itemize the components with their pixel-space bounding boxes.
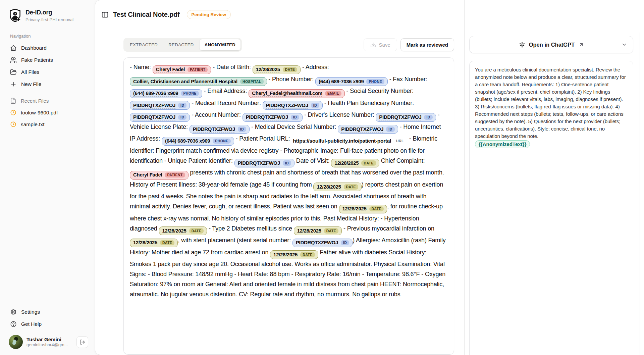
- phi-chip-id[interactable]: PIDDRQTXZFWOJID: [234, 159, 294, 167]
- view-tabs: EXTRACTEDREDACTEDANONYMIZED: [123, 38, 242, 52]
- phi-chip-url[interactable]: https://soulful-publicity.info/patient-p…: [291, 137, 408, 145]
- plus-icon: [10, 81, 17, 88]
- doc-text-run: - Medical Record Number:: [190, 100, 262, 106]
- phi-chip-tag: URL: [394, 139, 406, 144]
- sidebar-item-all-files[interactable]: All Files: [0, 66, 95, 78]
- phi-chip-value: PIDDRQTXZFWOJ: [266, 102, 308, 109]
- phi-chip-tag: DATE: [160, 240, 174, 246]
- phi-chip-id[interactable]: PIDDRQTXZFWOJID: [338, 125, 398, 134]
- document-text: - Name: Cheryl FadelPATIENT - Date of Bi…: [130, 62, 448, 299]
- user-name: Tushar Gemini: [26, 337, 68, 342]
- sidebar-item-dashboard[interactable]: Dashboard: [0, 42, 95, 54]
- phi-chip-hospital[interactable]: Collier, Christiansen and Pfannerstill H…: [130, 77, 267, 86]
- scrollbar-track[interactable]: [640, 33, 640, 355]
- tab-redacted[interactable]: REDACTED: [163, 39, 199, 50]
- phi-chip-id[interactable]: PIDDRQTXZFWOJID: [243, 113, 303, 122]
- phi-chip-date[interactable]: 12/28/2025DATE: [313, 183, 361, 191]
- phi-chip-tag: DATE: [361, 160, 376, 166]
- doc-text-run: - Account Number:: [190, 111, 242, 118]
- anonymized-text-token[interactable]: {{AnonymizedText}}: [475, 140, 530, 148]
- doc-text-run: - Email Address:: [202, 88, 249, 94]
- sidebar-item-settings[interactable]: Settings: [0, 306, 95, 318]
- open-in-chatgpt-button[interactable]: Open in ChatGPT: [469, 36, 633, 53]
- phi-chip-date[interactable]: 12/28/2025DATE: [159, 226, 207, 235]
- phi-chip-email[interactable]: Cheryl_Fadel@healthmail.comEMAIL: [249, 89, 345, 98]
- file-text-icon: [10, 98, 16, 104]
- recent-file-toolow-9600[interactable]: toolow-9600.pdf: [0, 107, 95, 118]
- phi-chip-tag: PHONE: [366, 79, 384, 84]
- gear-icon: [10, 309, 17, 315]
- phi-chip-value: 12/28/2025: [317, 184, 341, 190]
- clock-icon: [10, 121, 16, 128]
- phi-chip-date[interactable]: 12/28/2025DATE: [130, 239, 178, 247]
- recent-files-label: Recent Files: [0, 90, 95, 107]
- prompt-card[interactable]: You are a meticulous clinical documentat…: [469, 61, 633, 355]
- sidebar-item-label: All Files: [21, 69, 39, 75]
- phi-chip-patient[interactable]: Cheryl FadelPATIENT: [130, 171, 189, 180]
- phi-chip-value: Cheryl Fadel: [133, 172, 162, 178]
- phi-chip-date[interactable]: 12/28/2025DATE: [270, 250, 318, 259]
- phi-chip-date[interactable]: 12/28/2025DATE: [339, 205, 387, 213]
- assistant-panel: Open in ChatGPT You are a meticulous cli…: [465, 29, 644, 355]
- phi-chip-id[interactable]: PIDDRQTXZFWOJID: [130, 113, 190, 122]
- phi-chip-tag: PATIENT: [187, 67, 208, 72]
- save-button[interactable]: Save: [364, 38, 397, 51]
- sidebar-item-label: Fake Patients: [21, 57, 53, 63]
- phi-chip-phone[interactable]: (644) 689-7036 x909PHONE: [130, 89, 202, 98]
- phi-chip-tag: ID: [291, 115, 299, 120]
- doc-text-run: - Date of Birth:: [211, 64, 252, 70]
- phi-chip-id[interactable]: PIDDRQTXZFWOJID: [263, 101, 323, 110]
- phi-chip-value: Cheryl Fadel: [156, 66, 185, 73]
- phi-chip-phone[interactable]: (644) 689-7036 x909PHONE: [315, 77, 388, 86]
- phi-chip-tag: DATE: [300, 252, 315, 257]
- phi-chip-value: PIDDRQTXZFWOJ: [379, 114, 421, 120]
- home-icon: [10, 45, 17, 51]
- phi-chip-tag: PATIENT: [165, 172, 185, 178]
- phi-chip-tag: ID: [311, 103, 319, 108]
- openai-icon: [519, 41, 526, 48]
- phi-chip-patient[interactable]: Cheryl FadelPATIENT: [153, 65, 211, 74]
- sidebar-item-fake-patients[interactable]: Fake Patients: [0, 54, 95, 66]
- doc-text-run: - Name:: [130, 64, 153, 70]
- phi-chip-id[interactable]: PIDDRQTXZFWOJID: [376, 113, 436, 122]
- phi-chip-tag: DATE: [189, 228, 204, 234]
- phi-chip-phone[interactable]: (644) 689-7036 x909PHONE: [162, 137, 234, 146]
- avatar[interactable]: [9, 335, 23, 349]
- logout-button[interactable]: [76, 336, 88, 348]
- phi-chip-value: PIDDRQTXZFWOJ: [296, 240, 338, 246]
- mark-as-reviewed-button[interactable]: Mark as reviewed: [400, 38, 454, 51]
- phi-chip-tag: EMAIL: [325, 91, 341, 96]
- document-card: - Name: Cheryl FadelPATIENT - Date of Bi…: [123, 57, 454, 355]
- phi-chip-value: https://soulful-publicity.info/patient-p…: [293, 138, 391, 144]
- prompt-text: You are a meticulous clinical documentat…: [475, 66, 628, 140]
- phi-chip-date[interactable]: 12/28/2025DATE: [294, 226, 342, 235]
- doc-text-run: - Address:: [301, 64, 329, 70]
- doc-text-run: - Health Plan Beneficiary Number:: [323, 100, 414, 106]
- panel-left-icon[interactable]: [101, 11, 109, 18]
- chevron-down-icon[interactable]: [621, 42, 627, 48]
- toolbar: EXTRACTEDREDACTEDANONYMIZED Save Mark as…: [123, 38, 454, 52]
- phi-chip-id[interactable]: PIDDRQTXZFWOJID: [130, 101, 190, 110]
- phi-chip-value: PIDDRQTXZFWOJ: [133, 102, 175, 109]
- tab-extracted[interactable]: EXTRACTED: [125, 39, 163, 50]
- phi-chip-value: PIDDRQTXZFWOJ: [133, 114, 175, 120]
- phi-chip-tag: ID: [178, 103, 186, 108]
- doc-text-run: - Fax Number:: [388, 76, 427, 83]
- sidebar-item-new-file[interactable]: New File: [0, 78, 95, 90]
- doc-text-run: Chief Complaint:: [379, 157, 425, 164]
- users-icon: [10, 57, 17, 63]
- sidebar-item-get-help[interactable]: Get Help: [0, 318, 95, 330]
- phi-chip-date[interactable]: 12/28/2025DATE: [253, 65, 301, 74]
- phi-chip-value: PIDDRQTXZFWOJ: [246, 114, 288, 120]
- recent-file-sample-txt[interactable]: sample.txt: [0, 118, 95, 130]
- phi-chip-id[interactable]: PIDDRQTXZFWOJID: [190, 125, 250, 134]
- sidebar-footer: Settings Get Help Tushar Gemini geminitu…: [0, 306, 95, 350]
- phi-chip-date[interactable]: 12/28/2025DATE: [331, 159, 379, 167]
- phi-chip-value: (644) 689-7036 x909: [165, 138, 210, 144]
- phi-chip-id[interactable]: PIDDRQTXZFWOJID: [292, 239, 353, 247]
- phi-chip-value: 12/28/2025: [342, 206, 367, 212]
- tab-anonymized[interactable]: ANONYMIZED: [200, 39, 240, 50]
- document-header: Test Clinical Note.pdf Pending Review: [95, 0, 465, 29]
- phi-chip-tag: DATE: [324, 228, 338, 234]
- doc-text-run: - Social Security Number:: [345, 88, 414, 94]
